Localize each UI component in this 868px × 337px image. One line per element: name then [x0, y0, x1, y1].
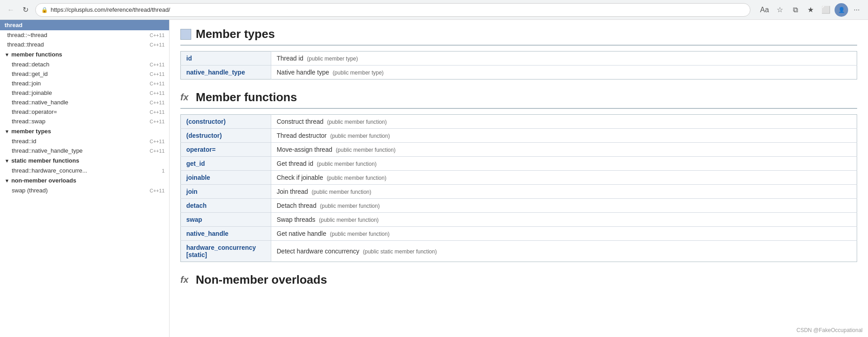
- link-native-handle-type[interactable]: native_handle_type: [186, 69, 245, 76]
- sidebar-item-constructor[interactable]: thread::thread C++11: [0, 40, 169, 49]
- main-content: Member types id Thread id (public member…: [170, 20, 868, 337]
- sidebar: thread thread::~thread C++11 thread::thr…: [0, 20, 170, 337]
- link-hardware-concurrency--static-[interactable]: hardware_concurrency [static]: [186, 244, 256, 258]
- reader-mode-button[interactable]: Aa: [758, 3, 771, 17]
- more-button[interactable]: ···: [850, 3, 863, 17]
- sidebar-item-id[interactable]: thread::id C++11: [5, 136, 169, 146]
- sidebar-item-destructor[interactable]: thread::~thread C++11: [0, 30, 169, 40]
- table-cell-link: id: [181, 51, 271, 66]
- sidebar-item-hardware-concurrency[interactable]: thread::hardware_concurre... 1: [5, 166, 169, 175]
- badge: (public member function): [317, 161, 377, 167]
- badge: (public static member function): [363, 248, 437, 255]
- refresh-button[interactable]: ↻: [19, 4, 32, 16]
- back-button[interactable]: ←: [5, 4, 17, 16]
- sidebar-item-label: thread::native_handle_type: [12, 147, 83, 154]
- link-id[interactable]: id: [186, 55, 192, 62]
- link-native-handle[interactable]: native_handle: [186, 230, 228, 237]
- table-row: (destructor) Thread destructor (public m…: [181, 129, 857, 143]
- arrow-icon: ▼: [5, 178, 9, 183]
- desc-text: Check if joinable: [277, 174, 323, 181]
- sidebar-item-native-handle-type[interactable]: thread::native_handle_type C++11: [5, 146, 169, 155]
- sidebar-item-label: thread::id: [12, 138, 36, 145]
- favorites-add-button[interactable]: ☆: [773, 3, 787, 17]
- sidebar-section-static-functions[interactable]: ▼ static member functions: [0, 155, 169, 166]
- sidebar-item-label: thread::hardware_concurre...: [12, 167, 87, 174]
- address-bar[interactable]: 🔒 https://cplusplus.com/reference/thread…: [35, 3, 750, 17]
- sidebar-item-cxx: 1: [162, 168, 165, 173]
- table-cell-desc: Thread id (public member type): [271, 51, 857, 66]
- sidebar-item-cxx: C++11: [150, 188, 165, 193]
- sidebar-item-cxx: C++11: [150, 81, 165, 86]
- collections-button[interactable]: ⬜: [819, 3, 833, 17]
- table-cell-desc: Native handle type (public member type): [271, 66, 857, 80]
- profile-button[interactable]: 👤: [835, 3, 848, 17]
- table-row: native_handle_type Native handle type (p…: [181, 66, 857, 80]
- table-cell-desc: Detach thread (public member function): [271, 199, 857, 213]
- sidebar-item-swap-thread[interactable]: swap (thread) C++11: [5, 186, 169, 195]
- link--constructor-[interactable]: (constructor): [186, 118, 226, 125]
- table-cell-link: join: [181, 185, 271, 199]
- link--destructor-[interactable]: (destructor): [186, 132, 222, 139]
- sidebar-item-cxx: C++11: [150, 100, 165, 105]
- desc-text: Thread id: [277, 55, 303, 62]
- sidebar-static-items: thread::hardware_concurre... 1: [0, 166, 169, 175]
- favorites-button[interactable]: ★: [804, 3, 817, 17]
- sidebar-item-swap[interactable]: thread::swap C++11: [5, 117, 169, 126]
- section-label: member functions: [11, 51, 62, 58]
- sidebar-section-member-functions[interactable]: ▼ member functions: [0, 49, 169, 60]
- sidebar-item-label: thread::~thread: [7, 32, 47, 38]
- link-joinable[interactable]: joinable: [186, 174, 210, 181]
- sidebar-item-join[interactable]: thread::join C++11: [5, 79, 169, 88]
- sidebar-item-native-handle[interactable]: thread::native_handle C++11: [5, 98, 169, 107]
- member-types-icon: [180, 29, 191, 40]
- table-row: hardware_concurrency [static] Detect har…: [181, 241, 857, 262]
- sidebar-member-types-items: thread::id C++11 thread::native_handle_t…: [0, 136, 169, 155]
- table-row: id Thread id (public member type): [181, 51, 857, 66]
- link-swap[interactable]: swap: [186, 216, 202, 223]
- sidebar-item-operator-eq[interactable]: thread::operator= C++11: [5, 107, 169, 117]
- table-cell-link: native_handle_type: [181, 66, 271, 80]
- desc-text: Detect hardware concurrency: [277, 248, 359, 255]
- badge: (public member type): [307, 56, 358, 62]
- table-cell-desc: Thread destructor (public member functio…: [271, 129, 857, 143]
- badge: (public member function): [319, 217, 379, 223]
- member-types-table: id Thread id (public member type) native…: [180, 51, 857, 80]
- table-cell-desc: Get thread id (public member function): [271, 157, 857, 171]
- split-view-button[interactable]: ⧉: [788, 3, 802, 17]
- link-detach[interactable]: detach: [186, 202, 207, 209]
- arrow-icon: ▼: [5, 158, 9, 164]
- desc-text: Thread destructor: [277, 132, 327, 139]
- member-types-title: Member types: [196, 27, 275, 41]
- sidebar-section-member-types[interactable]: ▼ member types: [0, 126, 169, 136]
- sidebar-item-cxx: C++11: [150, 119, 165, 124]
- sidebar-item-cxx: C++11: [150, 109, 165, 115]
- sidebar-item-cxx: C++11: [150, 148, 165, 154]
- sidebar-item-label: swap (thread): [12, 187, 47, 194]
- table-cell-link: native_handle: [181, 227, 271, 241]
- sidebar-section-non-member[interactable]: ▼ non-member overloads: [0, 175, 169, 186]
- badge: (public member function): [327, 175, 387, 181]
- member-functions-title: Member functions: [196, 90, 297, 104]
- table-cell-link: (constructor): [181, 115, 271, 129]
- table-row: (constructor) Construct thread (public m…: [181, 115, 857, 129]
- sidebar-item-label: thread::join: [12, 80, 41, 87]
- table-cell-desc: Swap threads (public member function): [271, 213, 857, 227]
- badge: (public member function): [336, 147, 396, 153]
- link-get-id[interactable]: get_id: [186, 160, 205, 167]
- table-row: get_id Get thread id (public member func…: [181, 157, 857, 171]
- link-operator-[interactable]: operator=: [186, 146, 216, 153]
- link-join[interactable]: join: [186, 188, 198, 195]
- table-cell-desc: Check if joinable (public member functio…: [271, 171, 857, 185]
- sidebar-item-joinable[interactable]: thread::joinable C++11: [5, 88, 169, 98]
- badge: (public member function): [327, 119, 387, 125]
- sidebar-item-detach[interactable]: thread::detach C++11: [5, 60, 169, 69]
- sidebar-item-cxx: C++11: [150, 62, 165, 67]
- sidebar-item-cxx: C++11: [150, 71, 165, 77]
- table-cell-link: hardware_concurrency [static]: [181, 241, 271, 262]
- sidebar-member-functions-items: thread::detach C++11 thread::get_id C++1…: [0, 60, 169, 126]
- badge: (public member type): [333, 70, 384, 76]
- desc-text: Move-assign thread: [277, 146, 332, 153]
- sidebar-item-get-id[interactable]: thread::get_id C++11: [5, 69, 169, 79]
- badge: (public member function): [330, 133, 390, 139]
- table-cell-desc: Move-assign thread (public member functi…: [271, 143, 857, 157]
